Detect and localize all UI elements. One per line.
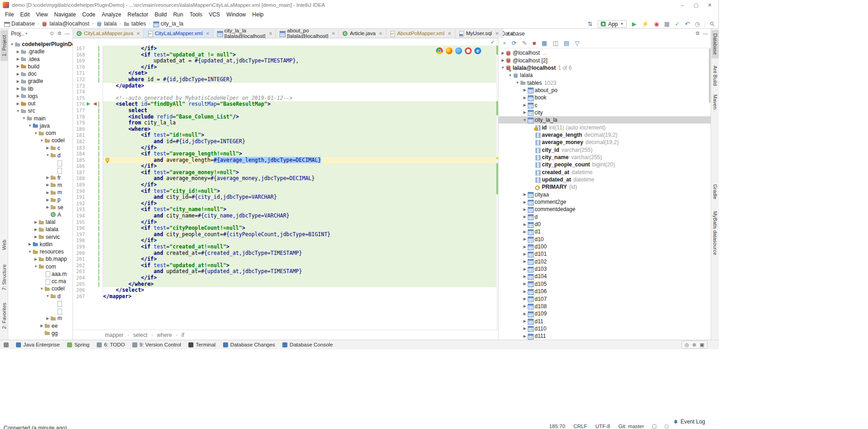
project-tree-item[interactable]: aaa.m <box>8 270 73 278</box>
code-line[interactable]: 201 </if> <box>73 256 498 263</box>
gear-icon[interactable]: ⚙ <box>695 31 700 36</box>
code-line[interactable]: 189 </if> <box>73 182 498 188</box>
project-tree-item[interactable]: ▶ee <box>8 322 73 330</box>
close-icon[interactable]: ✕ <box>206 31 209 36</box>
project-tree-item[interactable]: ▼com <box>8 263 73 270</box>
toolwindow-button-terminal[interactable]: Terminal <box>188 342 215 347</box>
close-icon[interactable]: ✕ <box>379 31 382 36</box>
rollback-icon[interactable]: ↶ <box>685 21 690 27</box>
vcs-branch[interactable]: Git: master <box>619 424 644 429</box>
mapper-navigate-icon[interactable] <box>93 102 97 106</box>
breadcrumb-item[interactable]: Database <box>4 21 35 27</box>
code-line[interactable]: 168 <if test="updated_at != null"> <box>73 52 498 58</box>
project-tree-item[interactable]: ▼com <box>8 129 73 137</box>
close-icon[interactable]: ✕ <box>269 31 272 36</box>
code-line[interactable]: 178 <include refid="Base_Column_List"/> <box>73 114 498 120</box>
db-tree-item[interactable]: ▶d109 <box>499 310 711 317</box>
project-tree-item[interactable]: ▶p <box>8 196 73 203</box>
code-line[interactable]: 200 and created_at=#{created_at,jdbcType… <box>73 250 498 257</box>
edge-browser-icon[interactable]: e <box>474 47 481 54</box>
close-button[interactable]: ✕ <box>703 0 717 10</box>
toolwindow-button-java-enterprise[interactable]: Java Enterprise <box>16 342 60 347</box>
run-statement-icon[interactable] <box>87 102 90 106</box>
db-tree-item[interactable]: ▶d106 <box>499 288 711 295</box>
project-panel-title[interactable]: Proj.. <box>11 31 24 37</box>
project-tree-item[interactable]: A <box>8 211 73 218</box>
tool-button-maven[interactable]: Maven <box>712 92 719 112</box>
project-tree-item[interactable]: ▶lalal <box>8 218 73 226</box>
project-tree-item[interactable]: ▼src <box>8 107 73 114</box>
db-tree-item[interactable]: ▶d101 <box>499 250 711 258</box>
sync-icon[interactable]: ⟳ <box>512 40 517 46</box>
editor-tab[interactable]: Article.java✕ <box>339 29 386 38</box>
gear-icon[interactable]: ⚙ <box>57 31 62 36</box>
code-line[interactable]: 198 </if> <box>73 238 498 244</box>
db-tree-item[interactable]: ▶city <box>499 109 711 116</box>
code-line[interactable]: 174 <box>73 89 498 95</box>
code-breadcrumb-item[interactable]: where <box>157 332 172 338</box>
sync-settings-icon[interactable]: ⇅ <box>587 21 593 27</box>
code-line[interactable]: 169 updated_at = #{updated_at,jdbcType=T… <box>73 58 498 64</box>
debug-icon[interactable]: ◉ <box>654 21 659 27</box>
highlighting-level-icon[interactable] <box>665 424 669 429</box>
project-tree-item[interactable]: ▼resources <box>8 248 73 255</box>
editor-tab[interactable]: CityLaLaMapper.xml✕ <box>144 29 213 38</box>
db-tree-item[interactable]: ▶cityaa <box>499 191 711 198</box>
code-line[interactable]: 190 <if test="city_id!=null"> <box>73 188 498 195</box>
profiler-icon[interactable]: ⚡ <box>641 21 649 27</box>
breadcrumb-item[interactable]: lalala@localhost <box>42 21 89 27</box>
code-line[interactable]: 196 <if test="cityPeopleCount!=null"> <box>73 225 498 232</box>
firefox-browser-icon[interactable] <box>446 47 452 54</box>
db-tree-item[interactable]: ▶d105 <box>499 280 711 288</box>
project-tree-item[interactable]: cc.ma <box>8 278 73 285</box>
close-icon[interactable]: ✕ <box>447 31 451 36</box>
tool-button-2-favorites[interactable]: 2: Favorites <box>0 297 8 335</box>
project-tree-item[interactable]: ▶se <box>8 204 73 211</box>
db-tree-item[interactable]: ▶d104 <box>499 273 711 280</box>
breadcrumb-item[interactable]: city_la_la <box>153 21 183 27</box>
editor-tab[interactable]: CityLaLaMapper.java✕ <box>73 29 144 38</box>
db-tree-item[interactable]: ▶d108 <box>499 303 711 310</box>
code-line[interactable]: 176 <select id="findByAll" resultMap="Ba… <box>73 101 498 108</box>
console-icon[interactable]: ▤ <box>564 40 569 46</box>
opera-browser-icon[interactable] <box>465 47 472 54</box>
code-line[interactable]: 206 </select> <box>73 287 498 294</box>
inspections-status-icon[interactable]: ✔ <box>491 40 494 45</box>
db-tree-item[interactable]: PRIMARY(id) <box>499 183 711 191</box>
project-tree-item[interactable]: ▼codel <box>8 137 73 144</box>
project-tree-item[interactable]: ▼codehelperPluginDemo <box>8 41 73 48</box>
project-tree-item[interactable]: ▶m <box>8 181 73 189</box>
locate-icon[interactable]: ⊙ <box>50 31 54 36</box>
code-line[interactable]: 185 and average_length=#{average_length,… <box>73 157 498 164</box>
project-tree-item[interactable]: ▼java <box>8 122 73 129</box>
project-tree-item[interactable]: ▶out <box>8 100 73 107</box>
caret-position[interactable]: 185:70 <box>549 424 565 429</box>
code-line[interactable]: 179 from city_la_la <box>73 120 498 126</box>
code-line[interactable]: 186 </if> <box>73 163 498 170</box>
tool-button-ant-build[interactable]: Ant Build <box>712 63 719 88</box>
menu-vcs[interactable]: VCS <box>206 10 223 19</box>
properties-icon[interactable]: ✎ <box>522 40 527 46</box>
run-config-select[interactable]: App▼ <box>598 20 627 28</box>
db-tree-item[interactable]: ▶commentdedage <box>499 206 711 213</box>
menu-view[interactable]: View <box>33 10 51 19</box>
db-tree-item[interactable]: ▶c <box>499 101 711 109</box>
code-breadcrumb-item[interactable]: select <box>133 332 147 338</box>
db-tree-item[interactable]: ▶d10 <box>499 236 711 243</box>
toolwindow-button-9-version-control[interactable]: 9: Version Control <box>132 342 181 347</box>
project-tree-item[interactable]: ▼d <box>8 293 73 300</box>
scroll-from-editor-icon[interactable]: ◎ <box>685 342 689 348</box>
editor-tab[interactable]: city_la_la [lalala@localhost]✕ <box>213 29 276 38</box>
project-tree-item[interactable]: ▼main <box>8 115 73 122</box>
event-log-button[interactable]: Event Log <box>673 419 705 425</box>
code-line[interactable]: 192 </if> <box>73 201 498 207</box>
code-line[interactable]: 177 select <box>73 108 498 114</box>
tool-button-database[interactable]: Database <box>712 30 719 58</box>
toolwindow-button-spring[interactable]: Spring <box>67 342 89 347</box>
coverage-icon[interactable]: ▦ <box>664 21 670 27</box>
db-tree-item[interactable]: ▶d110 <box>499 325 711 332</box>
db-tree-item[interactable]: ▼city_la_la <box>499 116 711 124</box>
menu-navigate[interactable]: Navigate <box>51 10 79 19</box>
menu-refactor[interactable]: Refactor <box>125 10 151 19</box>
code-line[interactable]: 197 and city_people_count=#{cityPeopleCo… <box>73 232 498 238</box>
